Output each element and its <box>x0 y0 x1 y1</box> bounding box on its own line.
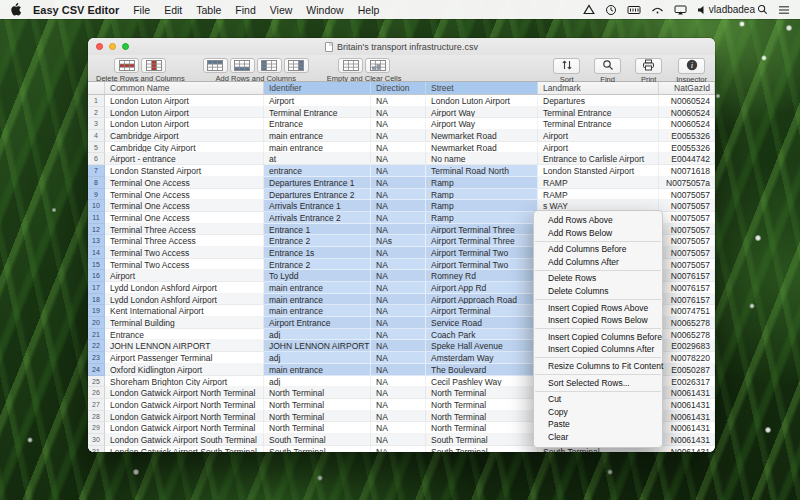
cell[interactable]: Entrance <box>264 118 371 130</box>
row-number[interactable]: 29 <box>88 422 105 434</box>
cell[interactable]: NA <box>371 212 426 224</box>
row-number[interactable]: 3 <box>88 118 105 130</box>
cell[interactable]: NA <box>371 305 426 317</box>
cell[interactable]: main entrance <box>264 130 371 142</box>
cell[interactable]: Entrance 2 <box>264 259 371 271</box>
zoom-button[interactable] <box>122 43 129 50</box>
cell[interactable]: N0061431 <box>659 446 715 452</box>
delete-row-button[interactable] <box>114 58 139 73</box>
cell[interactable]: North Terminal <box>264 399 371 411</box>
cell[interactable]: Terminal One Access <box>105 212 264 224</box>
document-proxy-icon[interactable] <box>325 42 333 52</box>
row-number[interactable]: 13 <box>88 235 105 247</box>
cell[interactable]: adj <box>264 329 371 341</box>
cell[interactable]: N0061431 <box>659 422 715 434</box>
notification-center-icon[interactable] <box>778 5 790 15</box>
row-number[interactable]: 21 <box>88 329 105 341</box>
menu-item-add-rows-above[interactable]: Add Rows Above <box>534 214 662 227</box>
clear-cells-button[interactable] <box>365 58 390 73</box>
cell[interactable]: Airport <box>538 130 659 142</box>
print-button[interactable] <box>635 58 662 74</box>
cell[interactable]: main entrance <box>264 364 371 376</box>
cell[interactable]: NA <box>371 387 426 399</box>
cell[interactable]: Entrance <box>105 329 264 341</box>
cell[interactable]: E0055326 <box>659 142 715 154</box>
cell[interactable]: North Terminal <box>426 411 538 423</box>
row-number[interactable]: 26 <box>88 387 105 399</box>
cell[interactable]: London Gatwick Airport South Terminal <box>105 446 264 452</box>
cell[interactable]: Terminal Two Access <box>105 259 264 271</box>
cell[interactable]: main entrance <box>264 282 371 294</box>
cell[interactable]: NAs <box>371 235 426 247</box>
cell[interactable]: RAMP <box>538 189 659 201</box>
cell[interactable]: London Gatwick Airport South Terminal <box>105 434 264 446</box>
cell[interactable]: NA <box>371 282 426 294</box>
cell[interactable]: Oxford Kidlington Airport <box>105 364 264 376</box>
cell[interactable]: London Stansted Airport <box>105 165 264 177</box>
cell[interactable]: NA <box>371 294 426 306</box>
cell[interactable]: adj <box>264 352 371 364</box>
menubar-item-window[interactable]: Window <box>306 4 343 16</box>
keyboard-icon[interactable] <box>627 5 641 15</box>
row-number[interactable]: 25 <box>88 376 105 388</box>
cell[interactable]: Lydd London Ashford Airport <box>105 294 264 306</box>
cell[interactable]: Service Road <box>426 317 538 329</box>
cell[interactable]: Speke Hall Avenue <box>426 340 538 352</box>
cell[interactable]: NA <box>371 200 426 212</box>
cell[interactable]: N0075057 <box>659 235 715 247</box>
cell[interactable]: Ramp <box>426 212 538 224</box>
cell[interactable]: NA <box>371 434 426 446</box>
cell[interactable]: To Lydd <box>264 270 371 282</box>
row-number[interactable]: 28 <box>88 411 105 423</box>
cell[interactable]: Terminal Building <box>105 317 264 329</box>
close-button[interactable] <box>96 43 103 50</box>
menubar-item-view[interactable]: View <box>270 4 293 16</box>
cell[interactable]: N0060524 <box>659 95 715 107</box>
row-number[interactable]: 23 <box>88 352 105 364</box>
cell[interactable]: Terminal Entrance <box>538 118 659 130</box>
cell[interactable]: E0044742 <box>659 153 715 165</box>
find-button[interactable] <box>594 58 621 74</box>
cell[interactable]: NA <box>371 340 426 352</box>
cell[interactable]: NA <box>371 446 426 452</box>
cell[interactable]: Terminal One Access <box>105 200 264 212</box>
cell[interactable]: Entrance to Carlisle Airport <box>538 153 659 165</box>
menu-item-add-columns-before[interactable]: Add Columns Before <box>534 243 662 256</box>
cell[interactable]: Airport Terminal Two <box>426 259 538 271</box>
cell[interactable]: E0026317 <box>659 376 715 388</box>
cell[interactable]: main entrance <box>264 305 371 317</box>
cell[interactable]: Entrance 2 <box>264 235 371 247</box>
cell[interactable]: Airport Way <box>426 118 538 130</box>
cell[interactable]: London Luton Airport <box>426 95 538 107</box>
column-header-identifier[interactable]: Identifier <box>264 82 371 94</box>
cell[interactable]: NA <box>371 270 426 282</box>
row-number[interactable]: 22 <box>88 340 105 352</box>
cell[interactable]: N0075057 <box>659 259 715 271</box>
inspector-button[interactable]: i <box>678 58 705 74</box>
cell[interactable]: NA <box>371 165 426 177</box>
menubar-item-find[interactable]: Find <box>235 4 255 16</box>
cell[interactable]: Shoreham Brighton City Airport <box>105 376 264 388</box>
menubar-username[interactable]: vladbadea <box>709 4 755 15</box>
cell[interactable]: London Gatwick Airport North Terminal <box>105 387 264 399</box>
cell[interactable]: South Terminal <box>426 434 538 446</box>
cell[interactable]: London Luton Airport <box>105 95 264 107</box>
window-titlebar[interactable]: Britain's transport infrastructure.csv <box>88 38 715 55</box>
cell[interactable]: Airport <box>538 142 659 154</box>
cell[interactable]: RAMP <box>538 177 659 189</box>
column-header-street[interactable]: Street <box>426 82 538 94</box>
cell[interactable]: Airport Approach Road <box>426 294 538 306</box>
cell[interactable]: Newmarket Road <box>426 142 538 154</box>
cell[interactable]: Airport Terminal Three <box>426 224 538 236</box>
cell[interactable]: NA <box>371 247 426 259</box>
cell[interactable]: E0029683 <box>659 340 715 352</box>
cell[interactable]: London Luton Airport <box>105 107 264 119</box>
cell[interactable]: Ramp <box>426 177 538 189</box>
row-number[interactable]: 4 <box>88 130 105 142</box>
menu-item-insert-copied-rows-below[interactable]: Insert Copied Rows Below <box>534 314 662 327</box>
wifi-icon[interactable] <box>651 5 664 14</box>
cell[interactable]: NA <box>371 95 426 107</box>
menubar-item-edit[interactable]: Edit <box>164 4 182 16</box>
cell[interactable]: Departures Entrance 1 <box>264 177 371 189</box>
cell[interactable]: Terminal Entrance <box>538 107 659 119</box>
